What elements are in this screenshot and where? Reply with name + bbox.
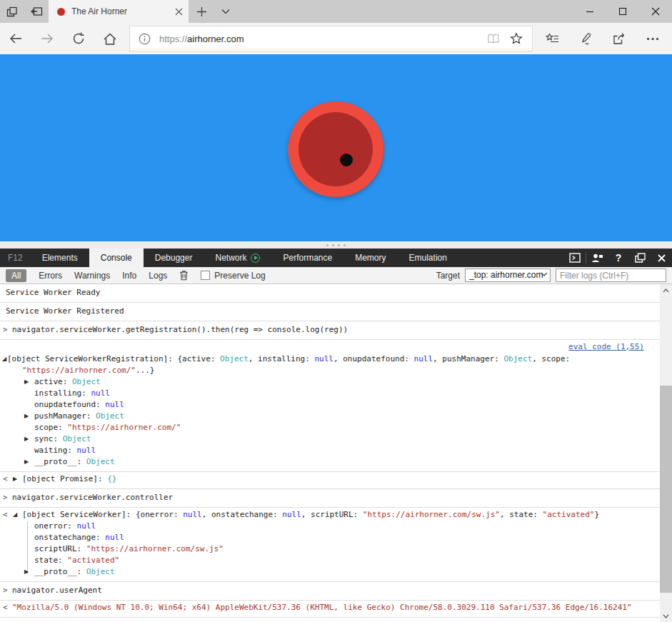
title-bar: The Air Horner xyxy=(0,0,672,23)
set-tabs-aside-button[interactable] xyxy=(24,0,49,23)
console-object-line: ▶__proto__: Object xyxy=(0,566,660,578)
console-token: sync: xyxy=(34,434,63,443)
target-select-value: _top: airhorner.com xyxy=(469,270,543,280)
console-drawer-button[interactable] xyxy=(564,249,586,267)
console-token: Object xyxy=(86,457,115,466)
tab-label: Elements xyxy=(42,253,78,263)
console-token: navigator.serviceWorker.getRegistration(… xyxy=(12,325,348,334)
console-token: , installing: xyxy=(249,354,315,363)
scroll-up-icon[interactable] xyxy=(660,284,672,296)
input-prompt-icon: > xyxy=(3,585,8,596)
profiling-play-icon xyxy=(251,254,260,263)
console-token: "activated" xyxy=(67,556,119,565)
eval-code-link[interactable]: eval code (1,55) xyxy=(568,342,644,351)
filter-errors-button[interactable]: Errors xyxy=(39,271,62,281)
console-scrollbar[interactable] xyxy=(660,284,672,622)
site-info-icon[interactable] xyxy=(139,33,151,45)
tab-list-button[interactable] xyxy=(214,0,237,23)
close-window-button[interactable] xyxy=(639,0,672,23)
console-token: Object xyxy=(96,411,124,421)
tab-network[interactable]: Network xyxy=(204,249,271,267)
page-viewport xyxy=(0,54,672,241)
expand-icon[interactable]: ▶ xyxy=(24,376,29,388)
expand-icon[interactable]: ▶ xyxy=(24,566,29,578)
back-button[interactable] xyxy=(0,23,31,54)
console-token: ...} xyxy=(136,366,155,375)
console-token: onupdatefound: xyxy=(34,400,105,409)
minimize-icon xyxy=(586,7,594,16)
filter-info-button[interactable]: Info xyxy=(122,271,136,281)
console-token: navigator.serviceWorker.controller xyxy=(12,493,173,502)
tab-performance[interactable]: Performance xyxy=(271,249,343,267)
console-token: "Mozilla/5.0 (Windows NT 10.0; Win64; x6… xyxy=(12,603,632,612)
tab-preview-button[interactable] xyxy=(0,0,24,23)
tab-label: Debugger xyxy=(155,253,193,263)
refresh-button[interactable] xyxy=(63,23,94,54)
browser-tab[interactable]: The Air Horner xyxy=(49,0,189,23)
expand-icon[interactable]: ▶ xyxy=(24,456,29,468)
console-input-row: >navigator.serviceWorker.getRegistration… xyxy=(0,321,660,340)
console-row: <▶[object Promise]: {} xyxy=(0,472,660,489)
tab-elements[interactable]: Elements xyxy=(31,249,89,267)
console-token: "activated" xyxy=(543,510,595,519)
expand-icon[interactable]: ▶ xyxy=(13,473,17,485)
console-object-line: ◢[object ServiceWorkerRegistration]: {ac… xyxy=(0,353,660,376)
preserve-log-label: Preserve Log xyxy=(214,271,265,281)
console-token: [object Promise]: xyxy=(22,474,107,483)
console-output: Service Worker ReadyService Worker Regis… xyxy=(0,284,672,622)
devtools-resize-handle[interactable] xyxy=(0,241,672,249)
undock-icon xyxy=(635,253,646,263)
help-button[interactable]: ? xyxy=(608,249,629,267)
forward-button[interactable] xyxy=(31,23,63,54)
tab-memory[interactable]: Memory xyxy=(343,249,397,267)
target-select[interactable]: _top: airhorner.com xyxy=(465,269,551,282)
grip-dots-icon xyxy=(326,244,346,246)
collapse-icon[interactable]: ◢ xyxy=(2,353,6,365)
scroll-down-icon[interactable] xyxy=(660,610,672,622)
tab-label: Network xyxy=(215,253,246,263)
output-prompt-icon: < xyxy=(3,473,8,485)
filter-all-button[interactable]: All xyxy=(6,269,26,282)
feedback-button[interactable] xyxy=(586,249,608,267)
minimize-button[interactable] xyxy=(573,0,606,23)
filter-logs-button[interactable]: Logs xyxy=(149,271,167,281)
settings-more-button[interactable] xyxy=(638,23,667,54)
console-object-line: waiting: null xyxy=(0,445,660,456)
maximize-button[interactable] xyxy=(606,0,639,23)
devtools-toolbar-icons: ? xyxy=(564,249,672,267)
preserve-log-checkbox[interactable] xyxy=(201,271,210,280)
preserve-log-toggle[interactable]: Preserve Log xyxy=(201,271,265,281)
url-text[interactable]: https://airhorner.com xyxy=(159,34,244,44)
close-devtools-button[interactable] xyxy=(651,249,672,267)
share-button[interactable] xyxy=(605,23,633,54)
close-icon xyxy=(651,7,660,16)
tab-debugger[interactable]: Debugger xyxy=(144,249,204,267)
tab-emulation[interactable]: Emulation xyxy=(398,249,458,267)
collapse-icon[interactable]: ◢ xyxy=(13,509,17,521)
hub-button[interactable] xyxy=(538,23,566,54)
clear-console-button[interactable] xyxy=(179,270,189,281)
console-panel-icon xyxy=(569,253,581,263)
ink-button[interactable] xyxy=(571,23,600,54)
home-button[interactable] xyxy=(94,23,126,54)
hub-favorites-icon xyxy=(546,33,559,44)
reading-view-icon[interactable] xyxy=(482,27,505,50)
navigation-bar: https://airhorner.com xyxy=(0,23,672,54)
scrollbar-thumb[interactable] xyxy=(660,386,672,593)
favorite-star-icon[interactable] xyxy=(505,27,528,50)
unpin-devtools-button[interactable] xyxy=(629,249,651,267)
tab-close-icon[interactable] xyxy=(175,8,183,16)
expand-icon[interactable]: ▶ xyxy=(24,411,29,422)
filter-warnings-button[interactable]: Warnings xyxy=(74,271,110,281)
air-horn-button[interactable] xyxy=(288,101,383,197)
address-bar[interactable]: https://airhorner.com xyxy=(129,26,533,51)
console-object-line: <"Mozilla/5.0 (Windows NT 10.0; Win64; x… xyxy=(0,602,660,613)
tab-console[interactable]: Console xyxy=(89,249,144,267)
filter-logs-input[interactable] xyxy=(556,269,666,282)
tab-label: Console xyxy=(101,253,132,263)
console-token: active: xyxy=(34,377,72,386)
console-row: Service Worker Registered xyxy=(0,303,660,321)
expand-icon[interactable]: ▶ xyxy=(24,433,29,445)
new-tab-button[interactable] xyxy=(189,0,214,23)
tab-title: The Air Horner xyxy=(71,6,175,16)
